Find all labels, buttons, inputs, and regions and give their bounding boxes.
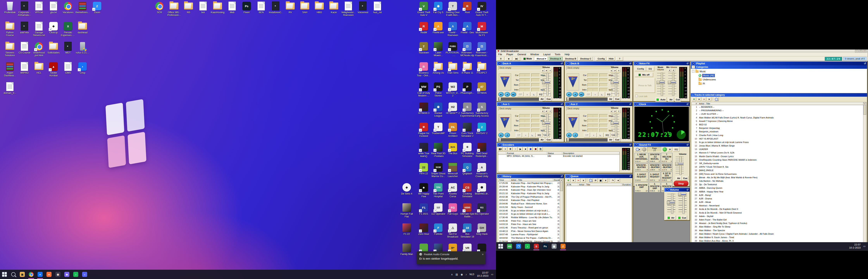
desktop-icon[interactable]: rufus-3.21.... <box>75 42 90 54</box>
desktop-icon[interactable]: ◉↗Rocket League <box>431 102 445 117</box>
playlist-panel-titlebar[interactable]: »Playlist↺ <box>691 62 867 65</box>
fade-button[interactable]: ◣ <box>599 92 605 97</box>
history-panel-list[interactable]: TimeArtist - TitleDuration17:25:09Kabout… <box>498 179 563 242</box>
stop-button[interactable]: ■ <box>572 133 578 137</box>
history-panel-row[interactable]: 19:48:13P!nk - Never Gonna Not Dance Aga… <box>498 229 563 233</box>
play-button[interactable]: ▶ <box>498 92 504 97</box>
track-row[interactable]: 34Akwasi - Je Bent Nodig (feat. Typhoon … <box>691 221 866 225</box>
air-button[interactable]: Air <box>608 137 614 142</box>
track-row[interactable]: 32Adele - Skyfall <box>691 215 866 218</box>
remove-caret[interactable]: ▾ <box>707 97 711 101</box>
play-button[interactable]: ▶ <box>566 133 572 137</box>
desktop-icon[interactable]: HBO <box>312 2 327 14</box>
history-panel-row[interactable]: 14:01:46Frans Theunisz - Roed geel en gr… <box>498 226 563 229</box>
queue-panel-titlebar[interactable]: »Queue↺ <box>565 175 632 178</box>
cp-button[interactable]: CP <box>517 92 524 97</box>
slider-side-handle[interactable] <box>611 122 614 125</box>
volume-panel[interactable]: »Volume↺AirCue <box>664 188 690 220</box>
taskbar-clock[interactable]: 22:0710-2-2023 <box>849 243 861 250</box>
tray-icon[interactable]: ◉ <box>461 273 463 276</box>
encoders-panel[interactable]: »Encoders↺▤▾+⚙−▶■⎘FormatStatusDescriptio… <box>497 143 633 173</box>
desktop-icon[interactable]: ◆De Sims 4 <box>400 183 414 195</box>
panel-chevron-icon[interactable]: » <box>498 62 501 65</box>
track-row[interactable]: 5Axwell ? Ingrosso | Dancing Alone <box>691 119 866 123</box>
add-caret[interactable]: ▾ <box>571 179 576 182</box>
press-to-talk-button[interactable]: Press to Talk <box>635 78 655 93</box>
volume-slider[interactable] <box>542 113 551 137</box>
fx-button[interactable]: 5. SHOUT REQUEST0:07.28 <box>649 172 660 182</box>
track-row[interactable]: 13LEADER <box>691 148 866 151</box>
desktop-icon[interactable]: Prullenbak <box>3 2 17 14</box>
taskbar-icon-start[interactable] <box>496 242 505 250</box>
panel-chevron-icon[interactable]: » <box>498 143 501 147</box>
track-row[interactable]: 221da Banton - No Wahala <box>691 179 866 183</box>
track-row[interactable]: 36Alan Walker - The Spectre <box>691 228 866 232</box>
v-button[interactable]: V <box>610 69 613 72</box>
volume-slider[interactable] <box>667 193 676 215</box>
fx-button[interactable]: SPACEFM - BEATMIX1:53.44 <box>634 163 649 171</box>
slider-side-handle[interactable] <box>668 81 671 84</box>
pause-button[interactable]: II <box>497 57 504 61</box>
menu-help[interactable]: Help <box>565 53 569 56</box>
skip-button[interactable]: ⇥ <box>616 179 620 182</box>
collapse-categories-icon[interactable]: ↑ <box>692 65 695 69</box>
desktop-icon[interactable]: PUBG↗PLAYERUN... BATTLEGR... <box>445 42 460 57</box>
desktop-icon[interactable]: NS <box>181 2 196 14</box>
stop-button[interactable]: ■ <box>572 92 578 97</box>
eject-button[interactable]: ▲ <box>592 92 598 97</box>
desktop-icon[interactable]: CS Course <box>17 42 32 54</box>
desktop-icon[interactable]: 911↗911 Operator <box>475 203 489 215</box>
undock-icon[interactable]: ↺ <box>629 175 631 178</box>
system-tray[interactable]: 22:0710-2-2023▭ <box>849 243 868 250</box>
track-row[interactable]: 4Alan Walker â€| All Falls Down (Lyrics)… <box>691 116 866 119</box>
slider-side-handle[interactable] <box>542 122 545 125</box>
desktop-icon[interactable]: ☻↗We Happy Few <box>416 183 431 198</box>
desktop-icon[interactable]: V↗Grand Theft Auto V <box>416 2 431 17</box>
desktop-icon[interactable]: bot <box>196 2 210 14</box>
desktop-icon[interactable]: Veiligheidsr... Roerveen <box>341 2 355 17</box>
v-button[interactable]: V <box>610 110 613 113</box>
voicefx-config-button[interactable]: Config <box>635 66 646 71</box>
undock-icon[interactable]: ↺ <box>561 175 563 178</box>
slider-handle[interactable] <box>659 81 665 84</box>
desktop-icon[interactable]: hud_zld <box>370 2 384 14</box>
cp-button[interactable]: CP <box>516 133 522 137</box>
desktop-icon[interactable]: AC↗Assetto Corsa <box>445 183 460 198</box>
next-button[interactable]: ▶| <box>511 92 516 97</box>
transport-buttons[interactable]: ▶■ <box>498 133 510 137</box>
desktop-icon[interactable]: Λ↗FiveM.exe <box>431 22 445 34</box>
track-row[interactable]: 17SR_Getlucky+annie <box>691 162 866 165</box>
mic-off-button[interactable]: Mic off <box>635 73 653 77</box>
voicefx-panel-titlebar[interactable]: »Voice FX↺ <box>634 62 689 65</box>
desktop-icon[interactable]: MDT <box>61 42 75 54</box>
history-panel-row[interactable]: 21:56:04GAMPER & DADONI - Gimme! Gimme! … <box>498 240 563 242</box>
desktop-icon[interactable]: Human Fall Flat <box>400 203 414 218</box>
notification-center-icon[interactable]: ▭ <box>491 273 493 276</box>
fx-button[interactable]: 2. SPACEFM SWP0:05.511 <box>649 182 660 192</box>
taskbar-right[interactable]: HS❐♪SPs▦Z22:0710-2-2023▭ <box>496 242 868 250</box>
track-row[interactable]: 18ZAYN ? Dusk Till Dawn ft. Sia <box>691 165 866 168</box>
v-button[interactable]: V <box>668 69 671 72</box>
menu-tools[interactable]: Tools <box>555 53 560 56</box>
desktop-icon[interactable]: Corporate - AShamalu... <box>17 2 32 17</box>
desktop-icon[interactable]: 22↗FIFA 22 <box>416 163 431 175</box>
fx-button[interactable]: SPACEFM - BEATMIX1:08.05 <box>649 163 660 171</box>
desktop-icon[interactable]: BEN <box>254 2 268 14</box>
fx-grid[interactable]: 1. NIEUW UUR, UNIVERSEEL0:11.41SPACEFM -… <box>634 153 673 185</box>
taskbar-icon-discord[interactable]: ◒ <box>80 270 89 279</box>
track-row[interactable]: 10HET IS AFGELAST <box>691 137 866 141</box>
taskbar-icon-photoshop[interactable]: Ps <box>541 242 550 250</box>
t-button[interactable]: T <box>549 69 552 72</box>
desktop-icon[interactable]: SGW↗Sniper Ghost Warrior Co... <box>431 163 445 178</box>
deck-panel-deck-b[interactable]: »Deck B↺Deck emptyVolumeVPTS⁴Cur:kbpsTot… <box>565 61 633 101</box>
desktop-icon[interactable]: A↗Assassin's Creed Unity <box>475 163 489 178</box>
auto-button[interactable]: Auto <box>655 97 667 102</box>
desktop-icon[interactable]: SAH <box>298 2 312 14</box>
taskbar-icon-spotify[interactable]: ♪ <box>71 270 80 279</box>
cue-button[interactable]: Cue <box>614 97 620 101</box>
collapse-icon[interactable]: − <box>692 70 694 73</box>
track-row[interactable]: 31Acda & De Munnik - Niet Of Nooit Gewee… <box>691 211 866 215</box>
copy-log-button[interactable]: ⎘ <box>538 147 543 151</box>
lock-talk-checkbox[interactable]: Lock talk <box>635 95 647 97</box>
tree-item[interactable]: −Music <box>692 69 867 73</box>
